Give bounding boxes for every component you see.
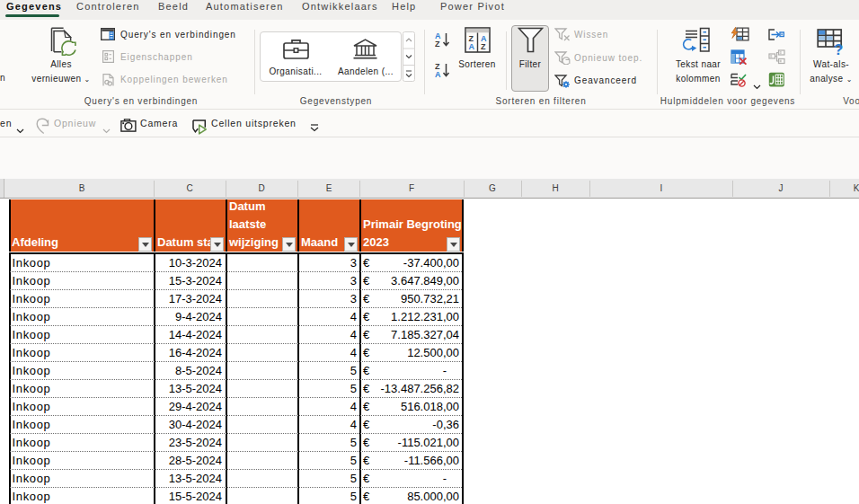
svg-text:A: A <box>481 34 487 43</box>
svg-text:Z: Z <box>481 42 486 51</box>
svg-text:A: A <box>435 70 441 79</box>
svg-text:Z: Z <box>435 40 440 49</box>
svg-text:A: A <box>469 42 475 51</box>
svg-text:Z: Z <box>469 34 474 43</box>
svg-text:?: ? <box>834 41 843 56</box>
